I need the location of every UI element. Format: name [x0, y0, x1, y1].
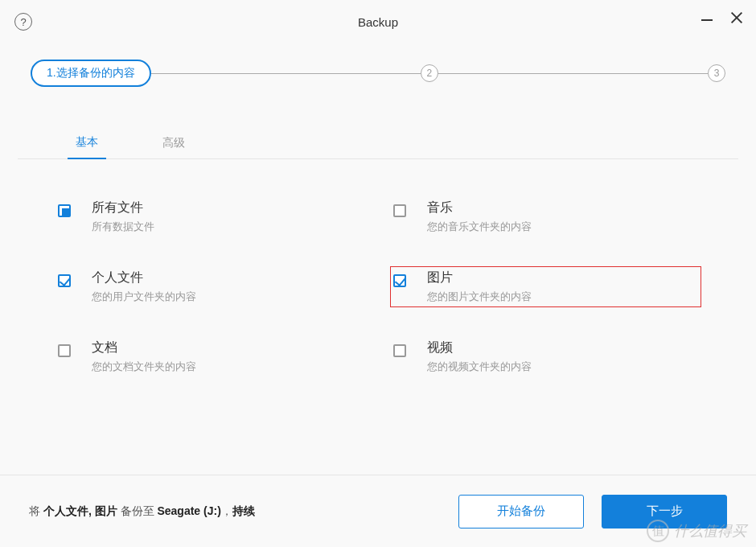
help-icon[interactable]: ?	[14, 13, 32, 31]
option-pictures[interactable]: 图片 您的图片文件夹的内容	[390, 266, 701, 307]
window-title: Backup	[358, 15, 398, 29]
option-desc: 您的图片文件夹的内容	[427, 290, 532, 304]
stepper-line	[151, 73, 421, 74]
option-title: 文档	[92, 339, 196, 356]
checkbox-pictures[interactable]	[393, 274, 406, 287]
step-1-chip: 1.选择备份的内容	[31, 60, 151, 87]
option-desc: 您的视频文件夹的内容	[427, 360, 532, 374]
option-videos[interactable]: 视频 您的视频文件夹的内容	[390, 336, 701, 377]
option-title: 音乐	[427, 199, 532, 216]
option-title: 个人文件	[92, 269, 196, 286]
checkbox-all-files[interactable]	[58, 204, 71, 217]
checkbox-videos[interactable]	[393, 344, 406, 357]
progress-stepper: 1.选择备份的内容 2 3	[0, 43, 756, 92]
option-title: 所有文件	[92, 199, 154, 216]
close-icon[interactable]	[730, 11, 743, 24]
stepper-line	[438, 73, 708, 74]
step-3-circle: 3	[708, 64, 725, 82]
summary-text: 将 个人文件, 图片 备份至 Seagate (J:)，持续	[29, 504, 255, 519]
option-music[interactable]: 音乐 您的音乐文件夹的内容	[390, 196, 701, 237]
option-desc: 您的文档文件夹的内容	[92, 360, 196, 374]
tab-basic[interactable]: 基本	[68, 135, 106, 159]
checkbox-documents[interactable]	[58, 344, 71, 357]
option-desc: 您的音乐文件夹的内容	[427, 220, 532, 234]
minimize-icon[interactable]	[701, 11, 714, 24]
tab-advanced[interactable]: 高级	[154, 136, 193, 158]
option-desc: 您的用户文件夹的内容	[92, 290, 196, 304]
option-all-files[interactable]: 所有文件 所有数据文件	[55, 196, 366, 237]
option-desc: 所有数据文件	[92, 220, 154, 234]
option-personal-files[interactable]: 个人文件 您的用户文件夹的内容	[55, 266, 366, 307]
option-documents[interactable]: 文档 您的文档文件夹的内容	[55, 336, 366, 377]
checkbox-music[interactable]	[393, 204, 406, 217]
option-title: 视频	[427, 339, 532, 356]
step-2-circle: 2	[421, 64, 438, 82]
option-title: 图片	[427, 269, 532, 286]
next-step-button[interactable]: 下一步	[602, 495, 727, 528]
start-backup-button[interactable]: 开始备份	[458, 495, 584, 528]
checkbox-personal-files[interactable]	[58, 274, 71, 287]
